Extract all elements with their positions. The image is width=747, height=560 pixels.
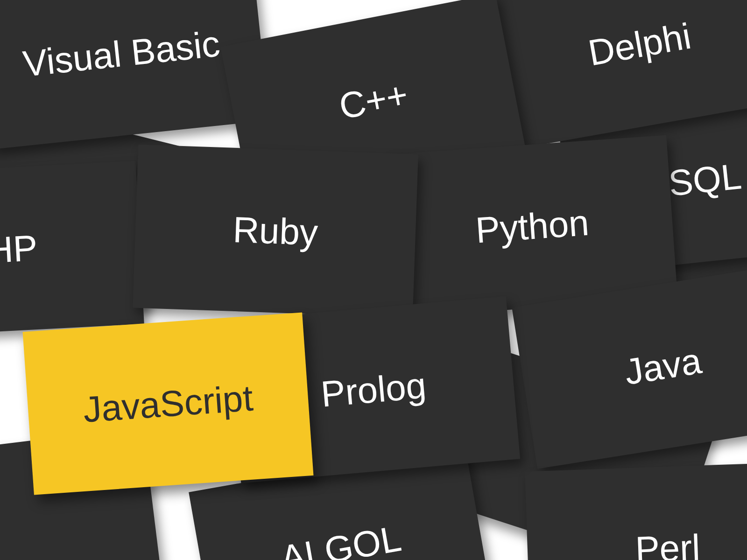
card-label: SQL (667, 155, 744, 205)
card-ruby: Ruby (133, 145, 418, 318)
card-label: Java (622, 339, 705, 393)
card-label: Python (474, 201, 591, 252)
card-label: Perl (634, 526, 701, 560)
card-php: PHP (0, 161, 144, 339)
card-label: C++ (336, 73, 411, 127)
card-label: JavaScript (82, 377, 254, 431)
card-pile: SQL Delphi Visual Basic C++ PHP Python R… (0, 0, 747, 560)
card-perl: Perl (525, 462, 747, 560)
card-label: PHP (0, 226, 38, 273)
card-label: Visual Basic (21, 22, 222, 85)
card-javascript: JavaScript (23, 312, 314, 495)
card-label: Delphi (585, 14, 694, 74)
card-label: ALGOL (277, 517, 404, 560)
card-label: Prolog (319, 364, 428, 415)
card-label: Ruby (232, 208, 318, 253)
